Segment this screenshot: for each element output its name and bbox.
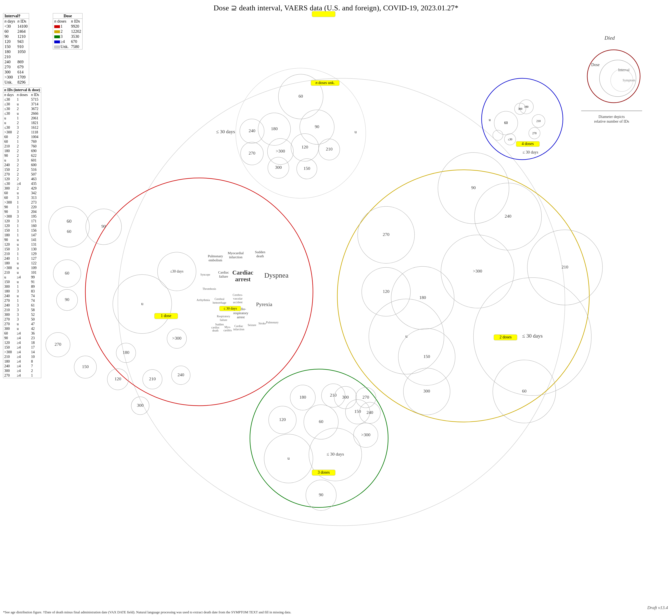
symptom-cardiac-failure: Cardiac	[218, 270, 229, 274]
label-2dose-270: 270	[383, 232, 390, 237]
symptom-myo-infarction: Myocardial	[228, 251, 244, 255]
symptom-sudden-death2: death	[256, 254, 264, 258]
symptom-dyspnea: Dyspnea	[264, 271, 289, 279]
page-title: Dose ⊇ death interval, VAERS data (U.S. …	[0, 0, 672, 12]
svg-point-3	[250, 369, 388, 507]
symptom-pyrexia: Pyrexia	[256, 301, 272, 307]
legend-dose-label: Dose	[591, 62, 599, 67]
label-1dose-60: 60	[65, 270, 69, 275]
label-unk-u2: u	[355, 129, 357, 134]
badge-unk-doses: n doses unk.	[316, 80, 335, 85]
label-1dose-150: 150	[82, 364, 89, 369]
label-unk-u: u	[355, 11, 357, 12]
label-1dose-u: u	[141, 301, 143, 306]
symptom-arrhythmia: Arrhythmia	[196, 298, 210, 301]
label-1dose-90: 90	[65, 297, 69, 302]
label-1dose-le30: ≤30 days	[170, 269, 183, 273]
symptom-sudden-cardiac2: cardiac	[211, 326, 219, 329]
label-1dose-90b: 90	[101, 224, 106, 229]
symptom-sudden-cardiac: Sudden	[215, 323, 224, 326]
label-4dose-60: 60	[504, 121, 508, 125]
symptom-cardiac-arrest: Cardiac	[232, 269, 253, 276]
symptom-cardio-resp3: arrest	[237, 315, 245, 319]
symptom-syncope: Syncope	[200, 273, 210, 276]
symptom-pulm-embolism2: embolism	[208, 258, 222, 262]
legend-interval-label: Interval	[618, 68, 630, 72]
symptom-resp-failure: Respiratory	[217, 315, 230, 318]
symptom-pulm2: Pulmonary	[266, 321, 278, 324]
symptom-thrombosis: Thrombosis	[203, 287, 216, 290]
label-1dose-60-large: 60	[67, 218, 72, 224]
label-1dose-120: 120	[115, 376, 121, 381]
symptom-cardiac-infarc2: infarction	[233, 328, 244, 331]
legend-died: Died	[604, 35, 615, 41]
label-2dose-60: 60	[522, 389, 527, 394]
badge-3dose: 3 doses	[318, 470, 330, 475]
label-unk-240: 240	[249, 128, 255, 133]
symptom-cerebro-vasc: Cerebro-	[233, 293, 243, 296]
svg-point-1	[85, 178, 313, 406]
label-3dose-gt300: >300	[361, 432, 370, 437]
label-4dose-le30: ≤30	[508, 138, 512, 141]
label-unk-90: 90	[315, 124, 319, 129]
symptom-pulm-embolism: Pulmonary	[208, 254, 223, 258]
label-3dose-150: 150	[354, 409, 361, 414]
draft-label: Draft v13.4	[647, 605, 668, 610]
label-2dose-150: 150	[423, 354, 430, 359]
label-1dose-gt300: >300	[172, 336, 181, 341]
label-3dose-240: 240	[367, 410, 373, 415]
label-3dose-180: 180	[300, 395, 306, 400]
label-unk-le30: ≤ 30 days	[216, 129, 235, 134]
symptom-myo-infarction2: infarction	[229, 255, 243, 259]
label-4dose-le30-text: ≤ 30 days	[522, 150, 538, 154]
label-3dose-60: 60	[319, 419, 323, 424]
svg-point-2	[337, 170, 589, 422]
label-3dose-u: u	[288, 456, 290, 461]
label-2dose-300: 300	[423, 389, 430, 394]
symptom-cerebral-hem2: hemorrhage	[213, 301, 226, 304]
symptom-cerebro-vasc2: vascular	[233, 297, 243, 300]
label-unk-180: 180	[271, 126, 278, 131]
badge-2dose: 2 doses	[499, 335, 512, 339]
label-unk-210: 210	[326, 146, 333, 151]
label-4dose-270: 270	[532, 132, 537, 135]
symptom-cardiac-infarc: Cardiac	[234, 325, 243, 328]
label-unk-270: 270	[249, 150, 255, 155]
symptom-myocarditis2: carditis	[223, 329, 232, 332]
symptom-cardio-resp2: respiratory	[233, 311, 248, 315]
chart-svg: ≤30 days u 60 90 150 270 120 180 210 240…	[0, 11, 672, 615]
label-1dose-270: 270	[55, 342, 61, 347]
legend-symptom-label: Symptom	[623, 78, 635, 82]
symptom-sudden-cardiac3: death	[212, 329, 218, 332]
footnote: *See age distribution figure. †Date of d…	[3, 610, 291, 614]
label-2dose-180: 180	[419, 295, 426, 300]
label-2dose-gt300: >300	[473, 268, 482, 273]
svg-rect-45	[312, 11, 335, 17]
label-1dose-180: 180	[123, 350, 129, 355]
label-3dose-270: 270	[363, 395, 369, 400]
label-unk-300: 300	[275, 165, 282, 170]
label-3dose-le30: ≤ 30 days	[327, 452, 344, 457]
label-1dose-60b: 60	[67, 229, 71, 234]
symptom-seizure: Seizure	[248, 324, 256, 327]
badge-1dose-le30: ≤ 30 days	[224, 306, 237, 311]
badge-4dose: 4 doses	[522, 141, 534, 146]
label-1dose-240: 240	[178, 372, 184, 377]
label-unk-150: 150	[304, 166, 310, 171]
symptom-cardiac-failure2: failure	[219, 274, 228, 278]
label-4dose-210: 210	[536, 120, 541, 123]
label-3dose-300: 300	[342, 395, 349, 400]
label-unk-60: 60	[299, 93, 303, 99]
label-1dose-300: 300	[137, 403, 144, 408]
legend-diameter-note2: relative number of IDs	[594, 119, 629, 123]
svg-point-69	[599, 60, 636, 97]
label-1dose-210: 210	[149, 376, 156, 381]
label-2dose-120: 120	[383, 289, 390, 294]
label-2dose-90: 90	[471, 185, 476, 190]
symptom-stroke: Stroke	[258, 322, 266, 325]
label-4dose-180: 180	[524, 105, 529, 108]
symptom-cerebro-vasc3: accident	[233, 301, 243, 304]
label-4dose-u: u	[489, 11, 491, 12]
label-4dose-u2: u	[489, 118, 491, 122]
label-4dose-300: 300	[518, 107, 522, 110]
